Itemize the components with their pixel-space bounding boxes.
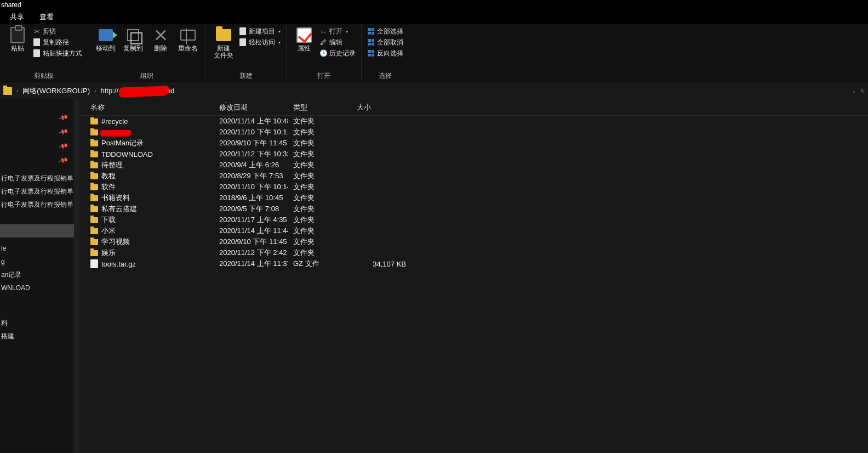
breadcrumb[interactable]: › 网络(WORKGROUP) › http:// :13334 › share… [0, 82, 868, 99]
col-name[interactable]: 名称 [79, 103, 214, 112]
rename-button[interactable]: 重命名 [176, 26, 200, 52]
move-to-button[interactable]: 移动到 [94, 26, 118, 52]
history-button[interactable]: 🕓 历史记录 [319, 48, 356, 58]
select-all-icon [367, 27, 375, 35]
copy-to-button[interactable]: 复制到 [121, 26, 145, 52]
invert-label: 反向选择 [377, 49, 403, 58]
ribbon-group-clipboard: 粘贴 ✂ 剪切 复制路径 粘贴快捷方式 剪贴板 [0, 24, 88, 82]
quick-access-pin[interactable]: 📌 [0, 110, 74, 124]
file-row[interactable]: 学习视频2020/9/10 下午 11:45文件夹 [79, 236, 868, 247]
folder-icon [90, 250, 98, 256]
folder-icon [90, 129, 98, 135]
sidebar-item[interactable]: 行电子发票及行程报销单 [0, 185, 74, 198]
file-row[interactable]: 软件2020/11/10 下午 10:14文件夹 [79, 182, 868, 192]
folder-icon [90, 195, 98, 201]
sidebar-item[interactable]: 行电子发票及行程报销单 [0, 172, 74, 185]
ribbon-group-open: 属性 ▭ 打开 ▾ 🖉 编辑 🕓 历史记录 打开 [287, 24, 362, 82]
cell-name: tools.tar.gz [79, 259, 214, 268]
cell-date: 2020/11/17 上午 4:35 [214, 215, 288, 225]
select-none-button[interactable]: 全部取消 [367, 37, 403, 47]
sidebar-item[interactable]: 料 [0, 316, 74, 330]
cell-date: 2020/11/10 下午 10:14 [214, 182, 288, 192]
sidebar-item[interactable]: 行电子发票及行程报销单 [0, 198, 74, 211]
file-row[interactable]: 私有云搭建2020/9/5 下午 7:08文件夹 [79, 203, 868, 214]
select-all-button[interactable]: 全部选择 [367, 26, 403, 36]
invert-selection-icon [367, 49, 375, 57]
cell-type: 文件夹 [288, 237, 351, 247]
pin-icon: 📌 [58, 140, 69, 151]
file-row[interactable]: 下载2020/11/17 上午 4:35文件夹 [79, 214, 868, 225]
main-area: 📌 📌 📌 📌 行电子发票及行程报销单行电子发票及行程报销单行电子发票及行程报销… [0, 99, 868, 453]
col-size[interactable]: 大小 [351, 103, 417, 112]
cell-name: 书籍资料 [79, 193, 214, 203]
copy-path-icon [33, 38, 41, 46]
easy-access-button[interactable]: 轻松访问 ▾ [239, 37, 281, 47]
open-button[interactable]: ▭ 打开 ▾ [319, 26, 356, 36]
new-item-label: 新建项目 [249, 27, 275, 36]
file-row[interactable]: 待整理2020/9/4 上午 6:26文件夹 [79, 160, 868, 171]
file-row[interactable]: TDDOWNLOAD2020/11/12 下午 10:32文件夹 [79, 149, 868, 160]
invert-selection-button[interactable]: 反向选择 [367, 48, 403, 58]
sidebar-item[interactable]: le [0, 242, 74, 255]
sidebar-item[interactable]: an记录 [0, 268, 74, 281]
file-name: 私有云搭建 [101, 204, 137, 214]
paste-button[interactable]: 粘贴 [5, 26, 30, 52]
file-row[interactable]: tools.tar.gz2020/11/14 上午 11:37GZ 文件34,1… [79, 258, 868, 269]
cell-date: 2020/11/12 下午 2:42 [214, 248, 288, 258]
easy-access-icon [239, 38, 247, 46]
edit-button[interactable]: 🖉 编辑 [319, 37, 356, 47]
file-row[interactable]: 娱乐2020/11/12 下午 2:42文件夹 [79, 247, 868, 258]
file-name: 书籍资料 [101, 193, 130, 203]
file-name: 待整理 [101, 160, 123, 170]
cell-name: 下载 [79, 215, 214, 225]
file-row[interactable]: redacted2020/11/10 下午 10:11文件夹 [79, 127, 868, 138]
file-row[interactable]: 书籍资料2018/9/6 上午 10:45文件夹 [79, 192, 868, 203]
quick-access-pin[interactable]: 📌 [0, 139, 74, 153]
breadcrumb-network[interactable]: 网络(WORKGROUP) [22, 86, 90, 96]
tab-view[interactable]: 查看 [39, 12, 54, 22]
copy-label: 复制到 [123, 45, 143, 52]
tab-share[interactable]: 共享 [10, 12, 24, 22]
column-headers: 名称 ˄ 修改日期 类型 大小 [79, 99, 868, 116]
file-row[interactable]: #recycle2020/11/14 上午 10:48文件夹 [79, 116, 868, 127]
paste-shortcut-button[interactable]: 粘贴快捷方式 [33, 48, 82, 58]
pin-icon: 📌 [58, 126, 69, 137]
new-item-button[interactable]: 新建项目 ▾ [239, 26, 281, 36]
sidebar-item[interactable] [0, 224, 74, 237]
folder-icon [90, 151, 98, 157]
group-label-open: 打开 [292, 70, 356, 81]
sidebar-item[interactable] [0, 295, 74, 316]
pane-divider[interactable] [74, 99, 79, 453]
breadcrumb-url[interactable]: http:// :13334 [100, 87, 142, 95]
cell-name: 待整理 [79, 160, 214, 170]
paste-shortcut-icon [33, 49, 41, 57]
group-label-new: 新建 [212, 70, 281, 81]
cell-type: 文件夹 [288, 149, 351, 159]
delete-button[interactable]: 删除 [149, 26, 173, 52]
group-label-select: 选择 [367, 70, 403, 81]
sidebar-item[interactable]: g [0, 255, 74, 268]
refresh-icon[interactable]: ↻ [860, 88, 865, 94]
file-row[interactable]: PostMan记录2020/9/10 下午 11:45文件夹 [79, 138, 868, 149]
file-row[interactable]: 小米2020/11/14 上午 11:44文件夹 [79, 225, 868, 236]
folder-icon [3, 87, 12, 95]
sidebar-item[interactable]: 搭建 [0, 330, 74, 343]
new-folder-button[interactable]: 新建 文件夹 [212, 26, 236, 59]
copy-path-button[interactable]: 复制路径 [33, 37, 82, 47]
cell-type: 文件夹 [288, 248, 351, 258]
cell-name: #recycle [79, 117, 214, 126]
sidebar-item[interactable]: WNLOAD [0, 281, 74, 295]
cell-date: 2020/9/5 下午 7:08 [214, 204, 288, 214]
cell-date: 2020/9/10 下午 11:45 [214, 237, 288, 247]
chevron-down-icon[interactable]: ⌄ [852, 88, 856, 94]
cut-button[interactable]: ✂ 剪切 [33, 26, 82, 36]
cell-name: 私有云搭建 [79, 204, 214, 214]
file-name: 学习视频 [101, 237, 130, 247]
properties-button[interactable]: 属性 [292, 26, 316, 52]
file-row[interactable]: 教程2020/8/29 下午 7:53文件夹 [79, 171, 868, 182]
quick-access-pin[interactable]: 📌 [0, 124, 74, 139]
ribbon-group-select: 全部选择 全部取消 反向选择 选择 [362, 24, 409, 82]
navigation-pane: 📌 📌 📌 📌 行电子发票及行程报销单行电子发票及行程报销单行电子发票及行程报销… [0, 99, 74, 453]
col-type[interactable]: 类型 [288, 103, 351, 112]
quick-access-pin[interactable]: 📌 [0, 153, 74, 167]
